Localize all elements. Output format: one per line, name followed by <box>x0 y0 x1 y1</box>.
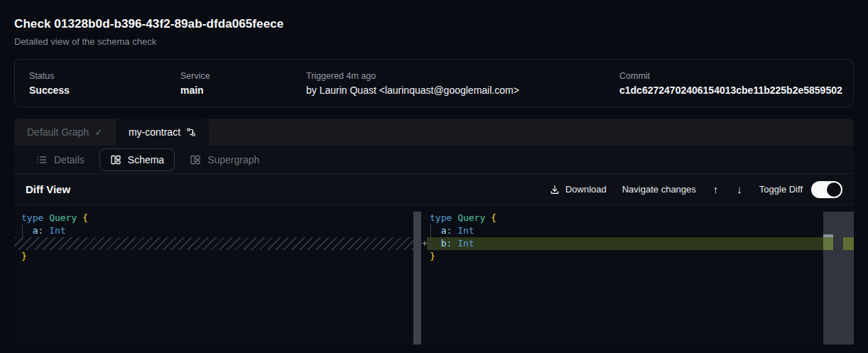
toggle-knob <box>827 183 841 197</box>
diff-pane-before[interactable]: type Query { a: Int} <box>14 205 423 344</box>
tab-default-graph[interactable]: Default Graph ✓ <box>14 119 116 146</box>
code-line: type Query { <box>423 212 854 224</box>
commit-label: Commit <box>619 71 842 81</box>
code-line: type Query { <box>14 212 421 224</box>
view-tabs: Details Schema <box>14 146 854 174</box>
page-header: Check 01328b0d-b396-43f2-89ab-dfda065fee… <box>0 0 868 47</box>
diff-filler-line <box>14 237 421 250</box>
arrow-down-icon: ↓ <box>737 183 742 195</box>
code-line: a: Int <box>14 224 421 237</box>
columns-icon <box>190 154 201 165</box>
columns-icon <box>110 154 121 165</box>
schema-check-panel: Default Graph ✓ my-contract <box>14 119 854 344</box>
code-line: } <box>423 250 854 263</box>
tab-details[interactable]: Details <box>26 148 95 171</box>
diff-view-title: Diff View <box>26 183 70 195</box>
tab-my-contract-label: my-contract <box>129 126 180 138</box>
page-subtitle: Detailed view of the schema check <box>14 36 854 47</box>
minimap-added-region <box>823 237 833 250</box>
toggle-diff-switch[interactable] <box>811 181 842 198</box>
navigate-changes-label: Navigate changes <box>622 184 696 195</box>
diff-toolbar-actions: Download Navigate changes ↑ ↓ Toggle Dif… <box>550 181 842 198</box>
download-label: Download <box>565 184 607 195</box>
tab-schema[interactable]: Schema <box>99 148 175 171</box>
diff-added-line: b: Int <box>427 237 854 250</box>
contract-panel: Details Schema <box>14 146 854 344</box>
indent-guide <box>22 224 23 237</box>
commit-value: c1dc62724702406154013cbe11b225b2e5859502 <box>619 85 842 96</box>
triggered-value: by Laurin Quast <laurinquast@googlemail.… <box>306 85 619 96</box>
diff-right-code: type Query { a: Int b: Int} <box>423 212 854 263</box>
tab-supergraph-label: Supergraph <box>207 154 259 165</box>
meta-commit: Commit c1dc62724702406154013cbe11b225b2e… <box>619 71 842 96</box>
meta-status: Status Success <box>29 71 180 96</box>
navigate-changes-button[interactable]: Navigate changes <box>622 184 696 195</box>
service-label: Service <box>180 71 306 81</box>
service-value: main <box>180 85 306 96</box>
check-icon: ✓ <box>94 126 103 138</box>
status-label: Status <box>29 71 180 81</box>
download-icon <box>550 185 560 195</box>
arrow-up-icon: ↑ <box>713 183 719 195</box>
graph-tab-strip: Default Graph ✓ my-contract <box>14 119 854 146</box>
toggle-diff-control: Toggle Diff <box>759 181 842 198</box>
next-change-button[interactable]: ↓ <box>735 183 744 195</box>
indent-guide <box>430 224 431 237</box>
left-scrollbar[interactable] <box>413 212 421 344</box>
toggle-diff-label: Toggle Diff <box>759 184 803 195</box>
tab-my-contract[interactable]: my-contract <box>116 119 209 146</box>
code-line: a: Int <box>423 224 854 237</box>
tab-supergraph[interactable]: Supergraph <box>179 148 270 171</box>
download-button[interactable]: Download <box>550 184 607 195</box>
previous-change-button[interactable]: ↑ <box>712 183 720 195</box>
diff-left-code: type Query { a: Int} <box>14 212 421 263</box>
diff-toolbar: Diff View Download Navigate changes ↑ <box>14 174 854 205</box>
status-value: Success <box>29 85 180 96</box>
code-line: } <box>14 250 421 263</box>
right-scrollbar-minimap[interactable] <box>823 212 854 344</box>
indent-guide <box>430 237 431 250</box>
tab-default-graph-label: Default Graph <box>27 126 89 138</box>
tab-details-label: Details <box>54 154 85 165</box>
overview-ruler-added-marker <box>843 237 854 250</box>
meta-triggered: Triggered 4m ago by Laurin Quast <laurin… <box>306 71 619 96</box>
list-icon <box>36 154 48 165</box>
triggered-label: Triggered 4m ago <box>306 71 619 81</box>
tab-schema-label: Schema <box>128 154 164 165</box>
git-compare-icon <box>186 127 196 137</box>
diff-pane-after[interactable]: + type Query { a: Int b: Int} <box>423 205 854 344</box>
page-title: Check 01328b0d-b396-43f2-89ab-dfda065fee… <box>14 17 854 31</box>
meta-service: Service main <box>180 71 306 96</box>
schema-diff-editor: type Query { a: Int} + type Query { a: I… <box>14 205 854 344</box>
check-meta-card: Status Success Service main Triggered 4m… <box>14 59 854 107</box>
